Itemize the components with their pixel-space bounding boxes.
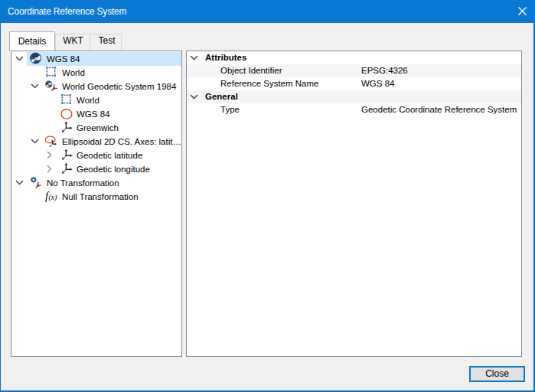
svg-text:(x): (x)	[49, 194, 57, 202]
